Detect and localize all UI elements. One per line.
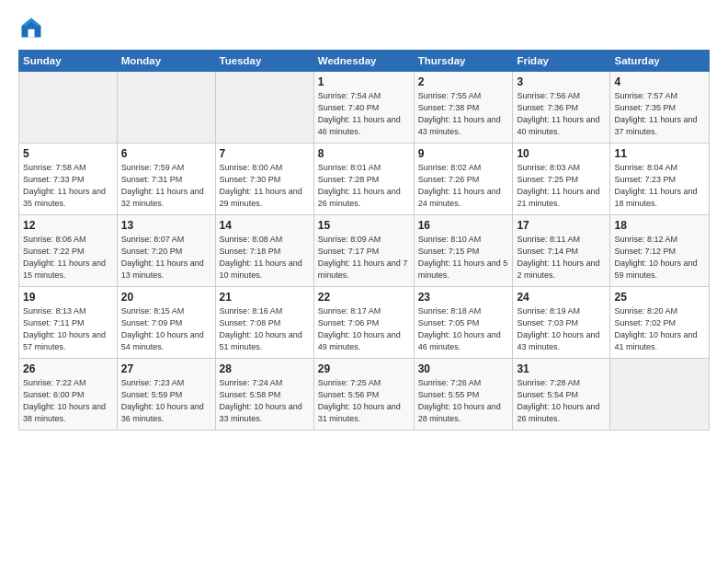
- weekday-header: Friday: [513, 51, 610, 72]
- day-info: Sunrise: 8:07 AMSunset: 7:20 PMDaylight:…: [121, 234, 211, 282]
- calendar-cell: 24 Sunrise: 8:19 AMSunset: 7:03 PMDaylig…: [513, 287, 610, 359]
- day-number: 31: [517, 362, 606, 375]
- calendar-cell: 4 Sunrise: 7:57 AMSunset: 7:35 PMDayligh…: [610, 72, 710, 144]
- day-info: Sunrise: 8:12 AMSunset: 7:12 PMDaylight:…: [614, 234, 705, 282]
- calendar-cell: 19 Sunrise: 8:13 AMSunset: 7:11 PMDaylig…: [19, 287, 118, 359]
- logo: [18, 15, 48, 40]
- day-info: Sunrise: 8:16 AMSunset: 7:08 PMDaylight:…: [220, 305, 310, 353]
- day-number: 2: [418, 75, 509, 88]
- calendar-header-row: SundayMondayTuesdayWednesdayThursdayFrid…: [19, 51, 710, 72]
- day-number: 26: [23, 362, 113, 375]
- day-number: 16: [418, 219, 509, 232]
- day-number: 24: [517, 291, 606, 304]
- day-number: 4: [614, 75, 705, 88]
- calendar-cell: [19, 72, 118, 144]
- calendar-cell: 10 Sunrise: 8:03 AMSunset: 7:25 PMDaylig…: [513, 144, 610, 215]
- calendar-cell: 17 Sunrise: 8:11 AMSunset: 7:14 PMDaylig…: [513, 215, 610, 287]
- day-number: 10: [517, 147, 606, 160]
- calendar-cell: 15 Sunrise: 8:09 AMSunset: 7:17 PMDaylig…: [313, 215, 414, 287]
- day-info: Sunrise: 7:54 AMSunset: 7:40 PMDaylight:…: [318, 90, 410, 138]
- logo-icon: [18, 15, 44, 40]
- page: SundayMondayTuesdayWednesdayThursdayFrid…: [0, 0, 728, 563]
- day-info: Sunrise: 8:00 AMSunset: 7:30 PMDaylight:…: [220, 162, 310, 210]
- calendar-week-row: 26 Sunrise: 7:22 AMSunset: 6:00 PMDaylig…: [19, 359, 710, 431]
- calendar-cell: 29 Sunrise: 7:25 AMSunset: 5:56 PMDaylig…: [313, 359, 414, 431]
- day-info: Sunrise: 8:08 AMSunset: 7:18 PMDaylight:…: [220, 234, 310, 282]
- day-number: 25: [614, 291, 705, 304]
- calendar-cell: 6 Sunrise: 7:59 AMSunset: 7:31 PMDayligh…: [117, 144, 215, 215]
- day-number: 27: [121, 362, 211, 375]
- weekday-header: Tuesday: [215, 51, 313, 72]
- day-info: Sunrise: 8:06 AMSunset: 7:22 PMDaylight:…: [23, 234, 113, 282]
- day-number: 28: [220, 362, 310, 375]
- header: [18, 15, 710, 40]
- day-number: 9: [418, 147, 509, 160]
- calendar-cell: [610, 359, 710, 431]
- weekday-header: Wednesday: [313, 51, 414, 72]
- day-info: Sunrise: 8:03 AMSunset: 7:25 PMDaylight:…: [517, 162, 606, 210]
- day-number: 5: [23, 147, 113, 160]
- calendar-cell: 2 Sunrise: 7:55 AMSunset: 7:38 PMDayligh…: [414, 72, 513, 144]
- day-number: 6: [121, 147, 211, 160]
- day-number: 1: [318, 75, 410, 88]
- day-info: Sunrise: 8:01 AMSunset: 7:28 PMDaylight:…: [318, 162, 410, 210]
- calendar-cell: 13 Sunrise: 8:07 AMSunset: 7:20 PMDaylig…: [117, 215, 215, 287]
- calendar-cell: 30 Sunrise: 7:26 AMSunset: 5:55 PMDaylig…: [414, 359, 513, 431]
- weekday-header: Sunday: [19, 51, 118, 72]
- day-info: Sunrise: 8:11 AMSunset: 7:14 PMDaylight:…: [517, 234, 606, 282]
- day-info: Sunrise: 7:26 AMSunset: 5:55 PMDaylight:…: [418, 377, 509, 425]
- calendar-cell: 20 Sunrise: 8:15 AMSunset: 7:09 PMDaylig…: [117, 287, 215, 359]
- day-info: Sunrise: 8:17 AMSunset: 7:06 PMDaylight:…: [318, 305, 410, 353]
- calendar-week-row: 1 Sunrise: 7:54 AMSunset: 7:40 PMDayligh…: [19, 72, 710, 144]
- day-info: Sunrise: 8:09 AMSunset: 7:17 PMDaylight:…: [318, 234, 410, 282]
- calendar-cell: 12 Sunrise: 8:06 AMSunset: 7:22 PMDaylig…: [19, 215, 118, 287]
- day-number: 20: [121, 291, 211, 304]
- day-info: Sunrise: 7:23 AMSunset: 5:59 PMDaylight:…: [121, 377, 211, 425]
- calendar-week-row: 19 Sunrise: 8:13 AMSunset: 7:11 PMDaylig…: [19, 287, 710, 359]
- day-info: Sunrise: 8:19 AMSunset: 7:03 PMDaylight:…: [517, 305, 606, 353]
- day-number: 15: [318, 219, 410, 232]
- calendar-cell: 5 Sunrise: 7:58 AMSunset: 7:33 PMDayligh…: [19, 144, 118, 215]
- calendar-week-row: 5 Sunrise: 7:58 AMSunset: 7:33 PMDayligh…: [19, 144, 710, 215]
- day-info: Sunrise: 7:22 AMSunset: 6:00 PMDaylight:…: [23, 377, 113, 425]
- day-number: 18: [614, 219, 705, 232]
- day-info: Sunrise: 7:56 AMSunset: 7:36 PMDaylight:…: [517, 90, 606, 138]
- day-number: 13: [121, 219, 211, 232]
- day-info: Sunrise: 8:02 AMSunset: 7:26 PMDaylight:…: [418, 162, 509, 210]
- day-number: 17: [517, 219, 606, 232]
- day-number: 23: [418, 291, 509, 304]
- calendar-cell: 23 Sunrise: 8:18 AMSunset: 7:05 PMDaylig…: [414, 287, 513, 359]
- day-number: 14: [220, 219, 310, 232]
- calendar-cell: 1 Sunrise: 7:54 AMSunset: 7:40 PMDayligh…: [313, 72, 414, 144]
- calendar-cell: 27 Sunrise: 7:23 AMSunset: 5:59 PMDaylig…: [117, 359, 215, 431]
- calendar-week-row: 12 Sunrise: 8:06 AMSunset: 7:22 PMDaylig…: [19, 215, 710, 287]
- day-info: Sunrise: 7:25 AMSunset: 5:56 PMDaylight:…: [318, 377, 410, 425]
- day-info: Sunrise: 7:24 AMSunset: 5:58 PMDaylight:…: [220, 377, 310, 425]
- calendar-cell: 22 Sunrise: 8:17 AMSunset: 7:06 PMDaylig…: [313, 287, 414, 359]
- calendar: SundayMondayTuesdayWednesdayThursdayFrid…: [18, 50, 710, 431]
- day-number: 29: [318, 362, 410, 375]
- day-info: Sunrise: 7:55 AMSunset: 7:38 PMDaylight:…: [418, 90, 509, 138]
- day-number: 3: [517, 75, 606, 88]
- calendar-cell: 18 Sunrise: 8:12 AMSunset: 7:12 PMDaylig…: [610, 215, 710, 287]
- calendar-cell: 9 Sunrise: 8:02 AMSunset: 7:26 PMDayligh…: [414, 144, 513, 215]
- day-number: 21: [220, 291, 310, 304]
- calendar-cell: 28 Sunrise: 7:24 AMSunset: 5:58 PMDaylig…: [215, 359, 313, 431]
- weekday-header: Saturday: [610, 51, 710, 72]
- day-info: Sunrise: 7:28 AMSunset: 5:54 PMDaylight:…: [517, 377, 606, 425]
- day-number: 22: [318, 291, 410, 304]
- calendar-cell: 11 Sunrise: 8:04 AMSunset: 7:23 PMDaylig…: [610, 144, 710, 215]
- day-info: Sunrise: 7:59 AMSunset: 7:31 PMDaylight:…: [121, 162, 211, 210]
- day-info: Sunrise: 8:13 AMSunset: 7:11 PMDaylight:…: [23, 305, 113, 353]
- weekday-header: Monday: [117, 51, 215, 72]
- day-number: 8: [318, 147, 410, 160]
- day-info: Sunrise: 8:10 AMSunset: 7:15 PMDaylight:…: [418, 234, 509, 282]
- calendar-cell: [215, 72, 313, 144]
- calendar-cell: [117, 72, 215, 144]
- day-number: 30: [418, 362, 509, 375]
- calendar-cell: 26 Sunrise: 7:22 AMSunset: 6:00 PMDaylig…: [19, 359, 118, 431]
- day-info: Sunrise: 7:58 AMSunset: 7:33 PMDaylight:…: [23, 162, 113, 210]
- weekday-header: Thursday: [414, 51, 513, 72]
- day-info: Sunrise: 7:57 AMSunset: 7:35 PMDaylight:…: [614, 90, 705, 138]
- day-number: 11: [614, 147, 705, 160]
